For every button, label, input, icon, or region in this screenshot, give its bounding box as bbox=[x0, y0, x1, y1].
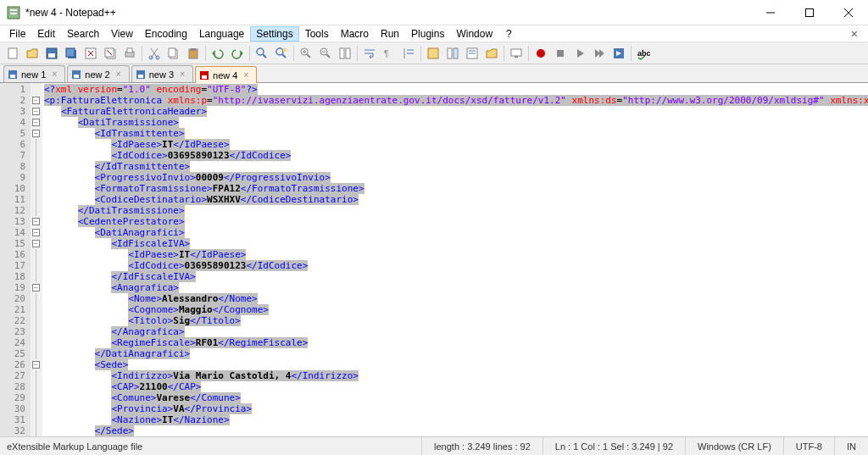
menu-plugins[interactable]: Plugins bbox=[405, 26, 450, 42]
tab-label: new 2 bbox=[85, 69, 109, 80]
svg-line-34 bbox=[307, 54, 310, 58]
tab-close-icon[interactable]: × bbox=[114, 69, 124, 80]
new-file-icon[interactable] bbox=[3, 44, 22, 63]
svg-rect-59 bbox=[74, 75, 79, 78]
doc-map-icon[interactable] bbox=[443, 44, 462, 63]
line-number-gutter: 1234567891011121314151617181920212223242… bbox=[0, 83, 31, 436]
titlebar: *new 4 - Notepad++ bbox=[0, 0, 868, 25]
svg-rect-11 bbox=[66, 48, 75, 57]
menu-?[interactable]: ? bbox=[500, 26, 518, 42]
tab-close-icon[interactable]: × bbox=[241, 70, 251, 80]
svg-rect-61 bbox=[138, 75, 143, 78]
tab-new-1[interactable]: new 1× bbox=[3, 65, 65, 82]
save-all-icon[interactable] bbox=[62, 44, 81, 63]
svg-rect-2 bbox=[10, 13, 17, 14]
menu-view[interactable]: View bbox=[105, 26, 139, 42]
redo-icon[interactable] bbox=[228, 44, 247, 63]
status-eol[interactable]: Windows (CR LF) bbox=[686, 437, 784, 455]
tab-new-4[interactable]: new 4× bbox=[195, 66, 257, 83]
svg-text:¶: ¶ bbox=[384, 49, 388, 58]
indent-guide-icon[interactable] bbox=[399, 44, 418, 63]
menu-file[interactable]: File bbox=[3, 26, 31, 42]
saved-icon bbox=[8, 69, 18, 80]
tab-label: new 4 bbox=[213, 70, 237, 80]
code-area[interactable]: <?xml version="1.0" encoding="UTF-8"?><p… bbox=[42, 83, 868, 436]
minimize-button[interactable] bbox=[751, 0, 790, 25]
copy-icon[interactable] bbox=[164, 44, 183, 63]
fold-gutter[interactable]: −−−−−−−−−−− bbox=[31, 83, 42, 436]
wordwrap-icon[interactable] bbox=[360, 44, 379, 63]
editor[interactable]: 1234567891011121314151617181920212223242… bbox=[0, 83, 868, 436]
window-controls bbox=[751, 0, 868, 25]
folder-panel-icon[interactable] bbox=[482, 44, 501, 63]
saved-icon bbox=[136, 69, 146, 80]
svg-rect-39 bbox=[346, 48, 350, 58]
menu-encoding[interactable]: Encoding bbox=[139, 26, 193, 42]
print-icon[interactable] bbox=[120, 44, 139, 63]
macro-save-icon[interactable] bbox=[609, 44, 628, 63]
zoom-out-icon[interactable] bbox=[316, 44, 335, 63]
replace-icon[interactable] bbox=[272, 44, 291, 63]
menu-language[interactable]: Language bbox=[193, 26, 250, 42]
svg-rect-45 bbox=[448, 48, 452, 58]
svg-rect-63 bbox=[202, 75, 207, 79]
close-all-icon[interactable] bbox=[101, 44, 120, 63]
svg-point-26 bbox=[257, 48, 264, 55]
tab-new-3[interactable]: new 3× bbox=[131, 65, 193, 82]
status-position: Ln : 1 Col : 1 Sel : 3.249 | 92 bbox=[543, 437, 686, 455]
tab-label: new 1 bbox=[21, 69, 46, 80]
menu-run[interactable]: Run bbox=[375, 26, 405, 42]
monitor-icon[interactable] bbox=[507, 44, 526, 63]
svg-rect-9 bbox=[48, 53, 55, 58]
close-button[interactable] bbox=[829, 0, 868, 25]
svg-rect-19 bbox=[127, 48, 132, 53]
macro-play-icon[interactable] bbox=[570, 44, 589, 63]
udl-icon[interactable] bbox=[424, 44, 442, 63]
undo-icon[interactable] bbox=[209, 44, 227, 63]
find-icon[interactable] bbox=[253, 44, 271, 63]
menu-edit[interactable]: Edit bbox=[31, 26, 61, 42]
menu-tools[interactable]: Tools bbox=[299, 26, 335, 42]
close-file-icon[interactable] bbox=[81, 44, 100, 63]
statusbar: eXtensible Markup Language file length :… bbox=[0, 436, 868, 455]
paste-icon[interactable] bbox=[184, 44, 203, 63]
sync-scroll-icon[interactable] bbox=[336, 44, 354, 63]
func-list-icon[interactable] bbox=[463, 44, 481, 63]
zoom-in-icon[interactable] bbox=[297, 44, 315, 63]
show-chars-icon[interactable]: ¶ bbox=[380, 44, 398, 63]
svg-rect-23 bbox=[169, 48, 175, 57]
tab-label: new 3 bbox=[149, 69, 174, 80]
menu-search[interactable]: Search bbox=[61, 26, 105, 42]
svg-rect-38 bbox=[340, 48, 344, 58]
tabbar: new 1×new 2×new 3×new 4× bbox=[0, 64, 868, 83]
status-mode[interactable]: IN bbox=[835, 437, 868, 455]
svg-point-28 bbox=[276, 48, 283, 55]
svg-rect-46 bbox=[453, 48, 458, 58]
svg-rect-53 bbox=[557, 50, 564, 57]
status-encoding[interactable]: UTF-8 bbox=[784, 437, 835, 455]
macro-stop-icon[interactable] bbox=[551, 44, 570, 63]
svg-point-52 bbox=[537, 49, 545, 58]
document-close-button[interactable]: × bbox=[844, 27, 865, 41]
macro-record-icon[interactable] bbox=[531, 44, 550, 63]
svg-rect-1 bbox=[10, 9, 17, 11]
svg-rect-25 bbox=[191, 48, 196, 51]
save-icon[interactable] bbox=[42, 44, 61, 63]
tab-new-2[interactable]: new 2× bbox=[67, 65, 129, 82]
menu-window[interactable]: Window bbox=[450, 26, 498, 42]
status-length: length : 3.249 lines : 92 bbox=[422, 437, 543, 455]
menu-macro[interactable]: Macro bbox=[335, 26, 375, 42]
menu-settings[interactable]: Settings bbox=[250, 26, 298, 42]
svg-rect-30 bbox=[283, 48, 287, 52]
svg-point-20 bbox=[149, 56, 153, 59]
tab-close-icon[interactable]: × bbox=[177, 69, 187, 80]
maximize-button[interactable] bbox=[790, 0, 829, 25]
saved-icon bbox=[71, 69, 81, 80]
spellcheck-icon[interactable]: abc bbox=[634, 44, 653, 63]
svg-rect-4 bbox=[806, 8, 814, 16]
window-title: *new 4 - Notepad++ bbox=[25, 7, 751, 19]
cut-icon[interactable] bbox=[145, 44, 164, 63]
tab-close-icon[interactable]: × bbox=[49, 69, 59, 80]
open-file-icon[interactable] bbox=[23, 44, 42, 63]
macro-play-multi-icon[interactable] bbox=[590, 44, 609, 63]
